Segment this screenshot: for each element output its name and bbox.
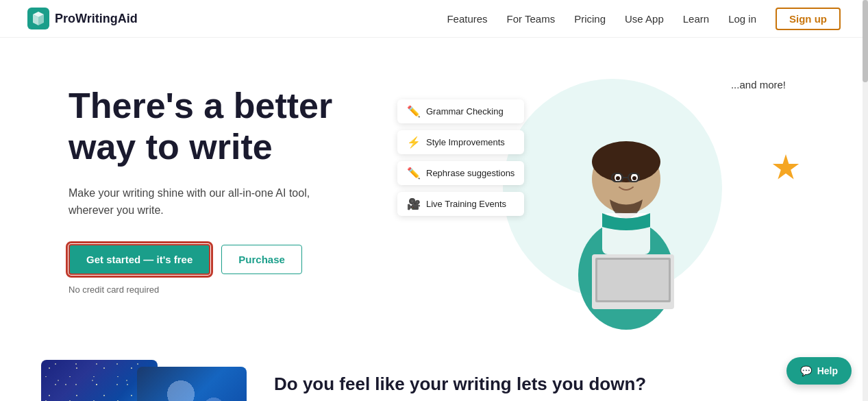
and-more-label: ...and more! — [731, 79, 786, 90]
bottom-text: Do you feel like your writing lets you d… — [274, 360, 827, 395]
pill-rephrase: ✏️ Rephrase suggestions — [397, 161, 524, 185]
scrollbar[interactable] — [863, 0, 868, 401]
nav-features[interactable]: Features — [447, 13, 487, 25]
purchase-button[interactable]: Purchase — [221, 245, 302, 274]
pill-grammar: ✏️ Grammar Checking — [397, 99, 524, 123]
bottom-images — [0, 360, 233, 401]
nav-for-teams[interactable]: For Teams — [507, 13, 556, 25]
get-started-button[interactable]: Get started — it's free — [69, 244, 210, 275]
pill-style: ⚡ Style Improvements — [397, 130, 524, 154]
scrollbar-thumb[interactable] — [863, 0, 868, 82]
training-icon: 🎥 — [407, 197, 421, 210]
svg-point-6 — [616, 176, 620, 180]
login-button[interactable]: Log in — [728, 13, 756, 25]
bottom-question: Do you feel like your writing lets you d… — [274, 374, 827, 395]
hero-subtitle: Make your writing shine with our all-in-… — [69, 184, 315, 219]
feature-pills: ✏️ Grammar Checking ⚡ Style Improvements… — [397, 99, 524, 216]
star-badge — [772, 154, 799, 182]
logo-icon — [27, 8, 49, 29]
person-svg — [558, 97, 695, 330]
hero-buttons: Get started — it's free Purchase — [69, 244, 397, 275]
rephrase-icon: ✏️ — [407, 167, 421, 180]
rephrase-label: Rephrase suggestions — [426, 168, 514, 178]
nav-learn[interactable]: Learn — [683, 13, 709, 25]
svg-point-7 — [632, 176, 636, 180]
chat-icon: 💬 — [800, 365, 812, 376]
pill-training: 🎥 Live Training Events — [397, 192, 524, 216]
navigation: ProWritingAid Features For Teams Pricing… — [0, 0, 868, 38]
style-label: Style Improvements — [426, 137, 505, 147]
logo[interactable]: ProWritingAid — [27, 8, 138, 29]
chat-help-button[interactable]: 💬 Help — [786, 357, 852, 385]
nav-links: Features For Teams Pricing Use App Learn… — [447, 8, 841, 30]
image-card-2 — [137, 367, 247, 401]
bottom-section: Do you feel like your writing lets you d… — [0, 360, 868, 401]
hero-section: There's a better way to write Make your … — [0, 38, 868, 360]
hero-left: There's a better way to write Make your … — [69, 72, 397, 295]
logo-text: ProWritingAid — [55, 12, 138, 26]
grammar-label: Grammar Checking — [426, 106, 504, 117]
training-label: Live Training Events — [426, 199, 506, 209]
svg-point-3 — [592, 141, 660, 182]
no-credit-text: No credit card required — [69, 284, 397, 295]
hero-title: There's a better way to write — [69, 86, 397, 168]
hero-right: ...and more! ✏️ Grammar Checking ⚡ Style… — [397, 72, 827, 332]
nav-pricing[interactable]: Pricing — [574, 13, 606, 25]
person-illustration — [558, 97, 695, 332]
style-icon: ⚡ — [407, 136, 421, 149]
chat-label: Help — [817, 365, 838, 376]
signup-button[interactable]: Sign up — [776, 8, 841, 30]
nav-use-app[interactable]: Use App — [625, 13, 664, 25]
grammar-icon: ✏️ — [407, 105, 421, 118]
svg-rect-13 — [597, 260, 669, 300]
